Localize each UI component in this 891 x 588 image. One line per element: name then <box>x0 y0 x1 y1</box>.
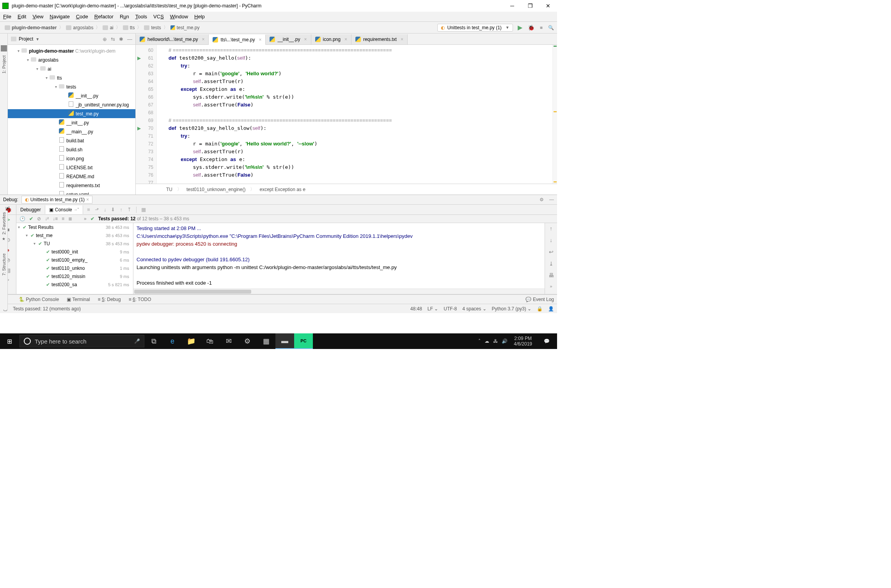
editor-tab[interactable]: __init__.py× <box>266 34 311 44</box>
hide-icon[interactable]: — <box>549 197 554 202</box>
show-passed-toggle[interactable]: ✔ <box>29 216 33 221</box>
close-icon[interactable]: × <box>401 37 403 42</box>
indent-setting[interactable]: 4 spaces ⌄ <box>462 306 486 312</box>
more-icon[interactable]: » <box>550 284 552 289</box>
breadcrumb-method[interactable]: test0110_unknown_engine() <box>186 187 245 192</box>
menu-navigate[interactable]: Navigate <box>50 14 69 19</box>
breadcrumb-stmt[interactable]: except Exception as e <box>259 187 305 192</box>
close-icon[interactable]: × <box>304 37 307 42</box>
close-icon[interactable]: × <box>86 197 89 202</box>
tree-item[interactable]: __init__.py <box>8 118 135 127</box>
settings-icon[interactable]: ⚙ <box>238 333 257 349</box>
tree-item[interactable]: _jb_unittest_runner.py.log <box>8 100 135 109</box>
onedrive-icon[interactable]: ☁ <box>485 338 489 344</box>
terminal-button[interactable]: ▣ Terminal <box>67 297 90 302</box>
notifications-icon[interactable]: 💬 <box>538 333 555 349</box>
tree-item[interactable]: setup.yaml <box>8 190 135 195</box>
editor-tab[interactable]: helloworld\...\test_me.py× <box>136 34 209 44</box>
run-config-selector[interactable]: ◐ Unittests in test_me.py (1) ▼ <box>437 24 513 32</box>
test-row[interactable]: ✔test0120_missin9 ms <box>16 272 133 280</box>
caret-position[interactable]: 48:48 <box>410 306 422 312</box>
tray-up-icon[interactable]: ˄ <box>478 338 481 344</box>
menu-file[interactable]: File <box>3 14 11 19</box>
run-to-cursor-icon[interactable]: ⤒ <box>127 207 131 213</box>
test-row[interactable]: ✔test0200_sa5 s 821 ms <box>16 280 133 289</box>
editor-tab[interactable]: tts\...\test_me.py× <box>209 35 266 45</box>
test-tree-panel[interactable]: ▾✔Test Results38 s 453 ms▾✔test_me38 s 4… <box>16 223 133 294</box>
tree-item[interactable]: test_me.py <box>8 109 135 118</box>
menu-edit[interactable]: Edit <box>18 14 26 19</box>
clock[interactable]: 2:09 PM 4/6/2019 <box>511 336 534 347</box>
breadcrumb-part[interactable]: argoslabs <box>64 25 95 30</box>
step-into-icon[interactable]: ↓ <box>104 207 106 213</box>
collapse-icon[interactable]: ≣ <box>68 216 72 221</box>
test-row[interactable]: ✔test0000_init9 ms <box>16 248 133 256</box>
sort-alpha-icon[interactable]: ↓≡ <box>53 216 58 221</box>
step-icon[interactable]: ≡ <box>87 207 90 213</box>
search-everywhere-button[interactable]: 🔍 <box>548 25 554 30</box>
project-tool-label[interactable]: 1: Project <box>2 55 6 73</box>
tree-root[interactable]: ▾ plugin-demo-master C:\work\plugin-dem <box>8 46 135 55</box>
soft-wrap-icon[interactable]: ↩ <box>549 249 554 255</box>
step-into-my-icon[interactable]: ⬇ <box>111 207 115 213</box>
app-icon[interactable]: ▦ <box>257 333 275 349</box>
menu-help[interactable]: Help <box>194 14 205 19</box>
minimize-button[interactable]: ─ <box>503 0 521 12</box>
test-row[interactable]: ▾✔TU38 s 453 ms <box>16 239 133 248</box>
close-icon[interactable]: × <box>202 37 204 42</box>
close-icon[interactable]: × <box>344 37 347 42</box>
tree-item[interactable]: __init__.py <box>8 91 135 100</box>
settings-icon[interactable]: ⚙ <box>540 197 544 202</box>
tree-item[interactable]: ▾tests <box>8 82 135 91</box>
taskbar-search[interactable]: Type here to search 🎤 <box>20 335 144 347</box>
tree-item[interactable]: icon.png <box>8 154 135 163</box>
console-output[interactable]: Testing started at 2:08 PM ... C:\Users\… <box>133 223 545 289</box>
menu-tools[interactable]: Tools <box>135 14 147 19</box>
step-out-icon[interactable]: ↑ <box>120 207 122 213</box>
breadcrumb-part[interactable]: tests <box>142 25 162 30</box>
horizontal-scrollbar[interactable] <box>133 289 545 294</box>
editor-marker-strip[interactable] <box>552 45 557 184</box>
lock-icon[interactable]: 🔒 <box>537 306 543 312</box>
debug-session-tab[interactable]: ◐ Unittests in test_me.py (1) × <box>21 196 92 204</box>
editor-code[interactable]: # ======================================… <box>157 45 552 184</box>
explorer-icon[interactable]: 📁 <box>182 333 201 349</box>
menu-window[interactable]: Window <box>170 14 188 19</box>
locate-button[interactable]: ⊕ <box>103 36 107 42</box>
mic-icon[interactable]: 🎤 <box>134 338 140 344</box>
history-icon[interactable]: 🕑 <box>20 216 25 221</box>
line-separator[interactable]: LF ⌄ <box>428 306 438 312</box>
menu-refactor[interactable]: Refactor <box>94 14 114 19</box>
collapse-button[interactable]: ⇆ <box>111 36 115 42</box>
more-icon[interactable]: » <box>84 216 87 221</box>
project-panel-title[interactable]: Project <box>19 36 33 42</box>
favorites-tool-label[interactable]: 2: Favorites <box>2 212 6 234</box>
test-row[interactable]: ✔test0100_empty_6 ms <box>16 256 133 264</box>
inspector-icon[interactable]: 👤 <box>548 306 554 312</box>
breadcrumb-class[interactable]: TU <box>166 187 172 192</box>
show-ignored-toggle[interactable]: ⊘ <box>37 216 41 221</box>
evaluate-icon[interactable]: ▦ <box>141 207 146 213</box>
console-tab[interactable]: ▣Console→" <box>45 205 83 214</box>
menu-run[interactable]: Run <box>120 14 129 19</box>
run-button[interactable]: ▶ <box>518 24 522 31</box>
stop-button[interactable]: ■ <box>540 25 543 30</box>
breadcrumb-file[interactable]: test_me.py <box>169 25 201 30</box>
editor-gutter[interactable]: 60▶616263646566676869▶7071727374757677 <box>136 45 157 184</box>
editor[interactable]: 60▶616263646566676869▶7071727374757677 #… <box>136 45 557 184</box>
hide-button[interactable]: — <box>127 36 132 42</box>
todo-button[interactable]: ≡ 6: TODO <box>129 297 151 302</box>
interpreter[interactable]: Python 3.7 (py3) ⌄ <box>492 306 531 312</box>
tree-item[interactable]: LICENSE.txt <box>8 163 135 172</box>
print-icon[interactable]: 🖶 <box>548 272 554 278</box>
maximize-button[interactable]: ❐ <box>521 0 539 12</box>
settings-button[interactable]: ✱ <box>119 36 123 42</box>
tree-item[interactable]: README.md <box>8 172 135 181</box>
event-log-button[interactable]: 💬 Event Log <box>525 297 554 302</box>
menu-view[interactable]: View <box>32 14 43 19</box>
expand-icon[interactable]: ≡ <box>62 216 64 221</box>
tree-item[interactable]: build.bat <box>8 136 135 145</box>
menu-vcs[interactable]: VCS <box>153 14 164 19</box>
structure-tool-label[interactable]: 7: Structure <box>2 253 6 276</box>
menu-code[interactable]: Code <box>76 14 88 19</box>
